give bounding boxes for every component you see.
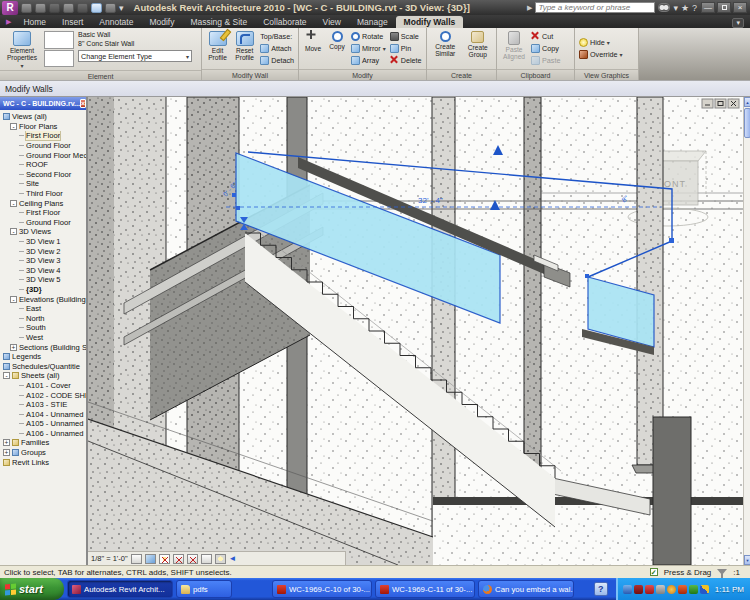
ribbon-minimize-icon[interactable]: ▾ — [732, 18, 744, 28]
close-button[interactable]: × — [733, 2, 747, 13]
scroll-up-icon[interactable]: ▲ — [744, 97, 750, 107]
hide-button[interactable]: Hide▾ — [579, 37, 623, 48]
tray-icon[interactable] — [700, 585, 709, 594]
tree-item[interactable]: A105 - Unnamed — [0, 419, 86, 429]
element-properties-button[interactable]: Element Properties ▾ — [2, 29, 42, 69]
tree-item[interactable]: East — [0, 304, 86, 314]
restore-button[interactable] — [717, 2, 731, 13]
search-caret-icon[interactable]: ▾ — [673, 3, 678, 13]
model-graphics-style-icon[interactable] — [145, 554, 156, 564]
tree-expander-icon[interactable]: - — [10, 296, 17, 303]
tree-item[interactable]: Ground Floor Mecha — [0, 150, 86, 160]
tree-item[interactable]: +Groups — [0, 448, 86, 458]
open-icon[interactable] — [21, 3, 32, 13]
tree-item[interactable]: -Elevations (Building Elev — [0, 294, 86, 304]
create-similar-button[interactable]: Create Similar — [429, 29, 462, 68]
help-icon[interactable]: ? — [692, 3, 697, 13]
tree-expander-icon[interactable]: - — [3, 372, 10, 379]
tree-item[interactable]: Second Floor — [0, 170, 86, 180]
tray-icon[interactable] — [634, 585, 643, 594]
tree-item[interactable]: A106 - Unnamed — [0, 429, 86, 439]
drawing-area[interactable]: FRONT — [88, 97, 743, 565]
array-button[interactable]: Array — [351, 55, 386, 66]
tree-item[interactable]: +Sections (Building Sectio — [0, 342, 86, 352]
cut-button[interactable]: Cut — [531, 31, 560, 42]
minimize-button[interactable]: — — [701, 2, 715, 13]
detach-button[interactable]: Detach — [260, 55, 294, 66]
sun-path-icon[interactable] — [159, 554, 170, 564]
tree-item[interactable]: -Sheets (all) — [0, 371, 86, 381]
tab-manage[interactable]: Manage — [349, 16, 396, 28]
modify-pointer-icon[interactable] — [91, 3, 102, 13]
rotate-button[interactable]: Rotate — [351, 31, 386, 42]
close-icon[interactable]: × — [80, 99, 86, 108]
drag-handle[interactable] — [669, 238, 674, 243]
revit-menu-button[interactable]: R — [2, 1, 18, 15]
tree-item-current-view[interactable]: {3D} — [0, 285, 86, 295]
tree-item[interactable]: Third Floor — [0, 189, 86, 199]
tree-expander-icon[interactable]: - — [10, 228, 17, 235]
start-button[interactable]: start — [0, 578, 64, 600]
delete-button[interactable]: Delete — [390, 55, 422, 66]
tree-item[interactable]: Revit Links — [0, 457, 86, 467]
concrete-column[interactable] — [637, 97, 663, 465]
search-expand-icon[interactable]: ▶ — [527, 4, 532, 12]
tree-item[interactable]: A104 - Unnamed — [0, 409, 86, 419]
detail-level-icon[interactable] — [131, 554, 142, 564]
print-icon[interactable] — [49, 3, 60, 13]
mirror-button[interactable]: Mirror▾ — [351, 43, 386, 54]
tree-item[interactable]: 3D View 1 — [0, 237, 86, 247]
move-button[interactable]: Move — [301, 29, 325, 68]
tree-expander-icon[interactable]: + — [3, 449, 10, 456]
scale-button[interactable]: Scale — [390, 31, 422, 42]
tab-modify[interactable]: Modify — [141, 16, 182, 28]
tree-item[interactable]: +Families — [0, 438, 86, 448]
taskbar-button-revit[interactable]: Autodesk Revit Archit... — [67, 580, 173, 598]
scroll-thumb[interactable] — [744, 108, 750, 138]
pin-button[interactable]: Pin — [390, 43, 422, 54]
tray-icon[interactable] — [645, 585, 654, 594]
tree-item[interactable]: 3D View 4 — [0, 266, 86, 276]
tray-icon[interactable] — [689, 585, 698, 594]
paste-aligned-button[interactable]: Paste Aligned — [499, 29, 529, 68]
paste-button[interactable]: Paste — [531, 55, 560, 66]
reset-profile-button[interactable]: Reset Profile — [231, 29, 258, 68]
tree-item[interactable]: North — [0, 313, 86, 323]
scroll-down-icon[interactable]: ▼ — [744, 555, 750, 565]
tree-item[interactable]: -Floor Plans — [0, 122, 86, 132]
tree-item[interactable]: Views (all) — [0, 112, 86, 122]
tray-icon[interactable] — [678, 585, 687, 594]
view-window-controls[interactable] — [702, 99, 739, 108]
search-input[interactable] — [535, 2, 655, 13]
crop-view-icon[interactable] — [201, 554, 212, 564]
tree-item[interactable]: First Floor — [0, 131, 86, 141]
save-icon[interactable] — [35, 3, 46, 13]
edit-profile-button[interactable]: Edit Profile — [204, 29, 231, 68]
copy-clipboard-button[interactable]: Copy — [531, 43, 560, 54]
filter-icon[interactable] — [717, 569, 727, 575]
tray-icon[interactable] — [623, 585, 632, 594]
vertical-scrollbar[interactable]: ▲ ▼ — [743, 97, 750, 565]
volume-icon[interactable] — [656, 585, 665, 594]
copy-button[interactable]: Copy — [325, 29, 349, 68]
binoculars-search-icon[interactable] — [658, 3, 670, 12]
press-drag-checkbox[interactable]: ✓ — [650, 568, 658, 576]
dimension-text-main[interactable]: 32' - 4" — [418, 196, 443, 205]
project-browser-title[interactable]: WC - C - BUILDING.rv... × — [0, 97, 86, 110]
tab-view[interactable]: View — [315, 16, 349, 28]
override-button[interactable]: Override▾ — [579, 49, 623, 60]
app-menu-caret-icon[interactable]: ▶ — [6, 18, 11, 26]
dark-opening[interactable] — [653, 417, 691, 565]
tree-item[interactable]: ROOF — [0, 160, 86, 170]
tree-expander-icon[interactable]: - — [10, 200, 17, 207]
tree-expander-icon[interactable]: + — [10, 344, 17, 351]
tree-item[interactable]: Legends — [0, 352, 86, 362]
shadows-icon[interactable] — [173, 554, 184, 564]
tab-collaborate[interactable]: Collaborate — [255, 16, 314, 28]
taskbar-button-pdf1[interactable]: WC-1969-C-10 of 30-... — [272, 580, 372, 598]
tree-item[interactable]: South — [0, 323, 86, 333]
reveal-hidden-icon[interactable] — [215, 554, 226, 564]
create-group-button[interactable]: Create Group — [462, 29, 495, 68]
tree-expander-icon[interactable]: + — [3, 439, 10, 446]
tree-item[interactable]: 3D View 2 — [0, 246, 86, 256]
